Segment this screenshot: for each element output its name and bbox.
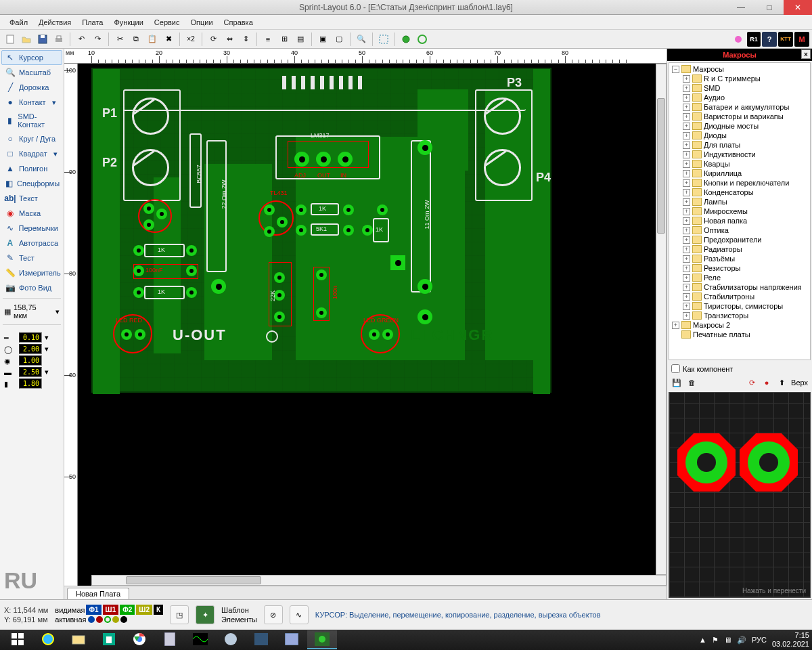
pcb-viewport[interactable]: P1 P2 P3 P4 LM317 ADJ OUT IN [78, 64, 667, 586]
delete-icon[interactable]: ✖ [161, 32, 176, 47]
taskbar-store-icon[interactable] [94, 630, 124, 649]
cascade-icon[interactable]: ▤ [293, 32, 308, 47]
record-icon[interactable] [731, 32, 746, 47]
scrollbar-horizontal[interactable] [91, 575, 667, 586]
paste-icon[interactable]: 📋 [145, 32, 160, 47]
status-tool1-icon[interactable]: ⊘ [264, 605, 283, 624]
taskbar-chrome-icon[interactable] [125, 630, 154, 649]
tree-folder[interactable]: +Конденсаторы [669, 188, 810, 197]
align-icon[interactable]: ≡ [261, 32, 275, 47]
tool-photoview[interactable]: 📷Фото Вид [1, 280, 62, 295]
tool-jumpers[interactable]: ∿Перемычки [1, 221, 62, 236]
rotate-icon[interactable]: ⟳ [206, 32, 221, 47]
tree-folder[interactable]: +Реле [669, 273, 810, 282]
tree-folder[interactable]: +Резисторы [669, 263, 810, 273]
tree-folder[interactable]: +Транзисторы [669, 311, 810, 320]
tree-folder[interactable]: +Кириллица [669, 169, 810, 178]
taskbar-sprintlayout-icon[interactable] [307, 630, 337, 649]
taskbar-scope-icon[interactable] [185, 630, 215, 649]
tool-mask[interactable]: ◉Маска [1, 206, 62, 221]
cut-icon[interactable]: ✂ [112, 32, 127, 47]
tool-measure[interactable]: 📏Измеритель [1, 265, 62, 280]
taskbar-ie-icon[interactable] [33, 630, 63, 649]
macro-icon[interactable] [399, 32, 413, 47]
taskbar-app2-icon[interactable] [246, 630, 276, 649]
scrollbar-vertical[interactable] [656, 64, 667, 575]
tree-root[interactable]: −Макросы [669, 64, 810, 74]
mirror-v-icon[interactable]: ⇕ [238, 32, 253, 47]
tree-root2[interactable]: +Макросы 2 [669, 320, 810, 330]
taskbar-app3-icon[interactable] [277, 630, 307, 649]
copy-icon[interactable]: ⧉ [129, 32, 143, 47]
tab-board-1[interactable]: Новая Плата [67, 588, 129, 599]
macro-preview[interactable]: Нажать и перенести [669, 392, 811, 598]
tree-folder[interactable]: +Стабилитроны [669, 292, 810, 301]
tool-zoom[interactable]: 🔍Масштаб [1, 65, 62, 80]
ungroup-icon[interactable]: ▢ [332, 32, 346, 47]
smd-width[interactable]: ▬2.50▾ [1, 366, 62, 378]
tool-contact[interactable]: ●Контакт ▾ [1, 95, 62, 110]
system-tray[interactable]: ▲ ⚑ 🖥 🔊 РУС 7:15 03.02.2021 [699, 631, 809, 649]
tree-folder[interactable]: +Индуктивности [669, 150, 810, 159]
group-icon[interactable]: ▣ [315, 32, 330, 47]
tree-printed[interactable]: Печатные платы [669, 330, 810, 339]
snap-icon[interactable]: ⊞ [277, 32, 292, 47]
tree-folder[interactable]: +Микросхемы [669, 207, 810, 216]
menu-board[interactable]: Плата [76, 18, 108, 26]
drc-icon[interactable] [415, 32, 430, 47]
tool-cursor[interactable]: ↖Курсор [1, 50, 62, 65]
tool-circle[interactable]: ○Круг / Дуга [1, 131, 62, 146]
m-badge-icon[interactable]: M [794, 32, 809, 47]
tree-folder[interactable]: +Кварцы [669, 159, 810, 169]
smd-height[interactable]: ▮1.80 [1, 378, 62, 389]
status-tool2-icon[interactable]: ∿ [290, 605, 309, 624]
tree-folder[interactable]: +Новая папка [669, 216, 810, 225]
taskbar-app1-icon[interactable] [216, 630, 246, 649]
macro-delete-icon[interactable]: 🗑 [686, 377, 697, 388]
menu-functions[interactable]: Функции [108, 18, 148, 26]
tree-folder[interactable]: +Разъёмы [669, 254, 810, 263]
pad-outer[interactable]: ◯2.00▾ [1, 343, 62, 355]
macro-up-icon[interactable]: ⬆ [776, 377, 787, 388]
menu-service[interactable]: Сервис [149, 18, 185, 26]
selection-icon[interactable] [376, 32, 391, 47]
minimize-button[interactable]: — [727, 0, 755, 15]
taskbar-calc-icon[interactable] [155, 630, 185, 649]
open-icon[interactable] [19, 32, 34, 47]
grid-value[interactable]: ▦158,75 мкм ▾ [1, 301, 62, 322]
macros-tree[interactable]: −Макросы+R и C триммеры+SMD+Аудио+Батаре… [669, 62, 811, 360]
maximize-button[interactable]: □ [755, 0, 784, 15]
menu-help[interactable]: Справка [219, 18, 258, 26]
start-button[interactable] [3, 630, 32, 649]
save-icon[interactable] [35, 32, 50, 47]
pcb-board[interactable]: P1 P2 P3 P4 LM317 ADJ OUT IN [91, 68, 551, 393]
elements-button[interactable]: ✦ [196, 605, 215, 624]
tray-clock[interactable]: 7:15 03.02.2021 [772, 631, 809, 649]
track-width[interactable]: ━0.10▾ [1, 332, 62, 343]
redo-icon[interactable]: ↷ [90, 32, 105, 47]
tool-track[interactable]: ╱Дорожка [1, 80, 62, 95]
tool-smd[interactable]: ▮SMD-Контакт [1, 110, 62, 131]
tree-folder[interactable]: +R и C триммеры [669, 74, 810, 83]
tree-folder[interactable]: +Стабилизаторы напряжения [669, 282, 810, 292]
tray-lang[interactable]: РУС [752, 636, 767, 644]
duplicate-icon[interactable]: ×2 [183, 32, 198, 47]
tool-autoroute[interactable]: AАвтотрасса [1, 236, 62, 251]
tool-polygon[interactable]: ▲Полигон [1, 161, 62, 176]
tree-folder[interactable]: +Варисторы и варикапы [669, 112, 810, 121]
close-button[interactable]: ✕ [784, 0, 812, 15]
tool-specforms[interactable]: ◧Спецформы ▾ [1, 176, 62, 191]
menu-options[interactable]: Опции [185, 18, 219, 26]
menu-file[interactable]: Файл [4, 18, 33, 26]
tree-folder[interactable]: +Диоды [669, 131, 810, 140]
tree-folder[interactable]: +Аудио [669, 93, 810, 102]
macros-close-icon[interactable]: × [801, 49, 811, 59]
tray-flag2-icon[interactable]: ⚑ [712, 636, 719, 645]
search-icon[interactable]: 🔍 [354, 32, 369, 47]
tree-folder[interactable]: +Кнопки и переключатели [669, 178, 810, 188]
tree-folder[interactable]: +Батареи и аккумуляторы [669, 102, 810, 112]
template-button[interactable]: ◳ [170, 605, 189, 624]
taskbar-explorer-icon[interactable] [64, 630, 93, 649]
help-icon[interactable]: ? [762, 32, 777, 47]
r1-badge-icon[interactable]: R1 [747, 32, 761, 47]
